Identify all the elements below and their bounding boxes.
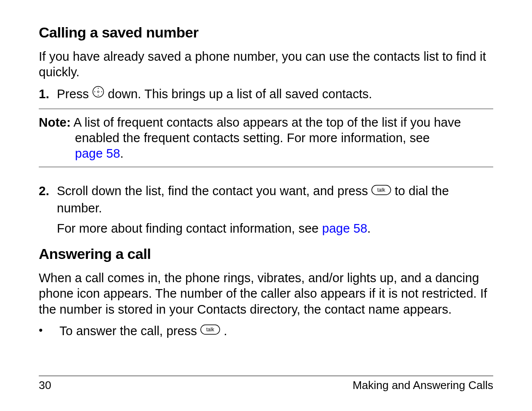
step-1: 1. Press down. This brings up a list of … <box>39 86 493 103</box>
talk-key-label: talk <box>377 187 386 193</box>
note-line2: enabled the frequent contacts setting. F… <box>75 130 493 146</box>
step-1-text-before: Press <box>57 87 92 101</box>
note-line3: page 58. <box>75 146 493 161</box>
page-number: 30 <box>39 379 51 392</box>
manual-page: Calling a saved number If you have alrea… <box>0 0 532 411</box>
svg-point-1 <box>97 91 99 93</box>
bullet-body: To answer the call, press talk . <box>59 323 493 340</box>
step-1-text-after: down. This brings up a list of all saved… <box>108 87 372 101</box>
chapter-title: Making and Answering Calls <box>352 379 493 392</box>
step-1-number: 1. <box>39 86 57 103</box>
step-2-page58-link[interactable]: page 58 <box>322 221 367 235</box>
talk-key-label: talk <box>206 327 215 333</box>
talk-key-icon: talk <box>200 323 220 339</box>
intro-calling-saved: If you have already saved a phone number… <box>39 49 493 80</box>
note-label: Note: <box>39 115 71 129</box>
heading-calling-saved-number: Calling a saved number <box>39 24 493 41</box>
talk-key-icon: talk <box>371 183 391 199</box>
bullet-text-after: . <box>224 324 227 338</box>
note-period: . <box>120 146 124 160</box>
nav-key-icon <box>92 86 104 102</box>
svg-point-5 <box>101 91 102 92</box>
intro-answering-call: When a call comes in, the phone rings, v… <box>39 270 493 317</box>
step-2-more-before: For more about finding contact informati… <box>57 221 322 235</box>
bullet-dot: • <box>39 323 59 338</box>
step-2-body: Scroll down the list, find the contact y… <box>57 183 493 241</box>
step-2-text-before: Scroll down the list, find the contact y… <box>57 184 371 198</box>
bullet-text-before: To answer the call, press <box>59 324 200 338</box>
note-line2-text: enabled the frequent contacts setting. F… <box>75 131 430 145</box>
svg-point-4 <box>94 91 95 92</box>
svg-point-3 <box>98 95 99 96</box>
step-1-body: Press down. This brings up a list of all… <box>57 86 493 103</box>
page-footer: 30 Making and Answering Calls <box>39 376 493 392</box>
note-page58-link[interactable]: page 58 <box>75 146 120 160</box>
svg-point-2 <box>98 88 99 89</box>
note-line1-text: A list of frequent contacts also appears… <box>71 115 461 129</box>
note-block: Note: A list of frequent contacts also a… <box>39 108 493 168</box>
step-2: 2. Scroll down the list, find the contac… <box>39 183 493 241</box>
step-2-number: 2. <box>39 183 57 199</box>
step-2-more-period: . <box>367 221 371 235</box>
note-line1: Note: A list of frequent contacts also a… <box>39 115 493 130</box>
bullet-answer-call: • To answer the call, press talk . <box>39 323 493 340</box>
heading-answering-call: Answering a call <box>39 246 493 262</box>
